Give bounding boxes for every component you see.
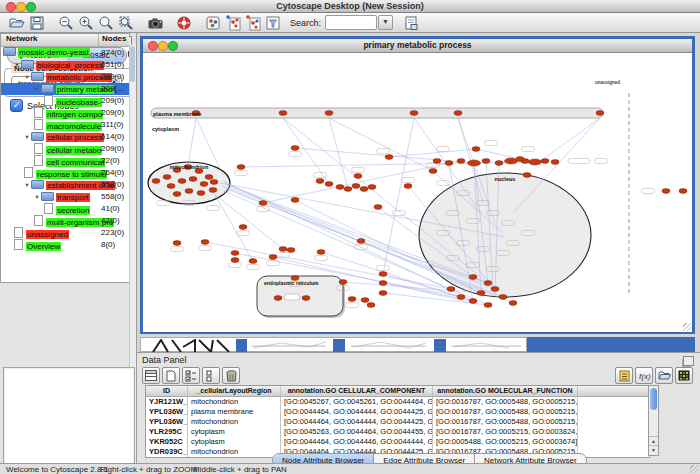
graph-node[interactable] [357,239,365,244]
import-table-button[interactable] [244,14,262,31]
graph-node[interactable] [379,272,387,277]
attribute-table-button[interactable] [142,367,160,384]
graph-node[interactable] [291,146,299,151]
graph-node[interactable] [336,185,344,190]
table-row[interactable]: YJR121W__1mitochondrion[GO:0045267, GO:0… [146,397,649,407]
table-column-header[interactable]: _cellularLayoutRegion [188,386,281,396]
graph-node[interactable] [457,295,465,300]
tree-row[interactable]: ▼primary metabo209(... [1,83,129,95]
table-cell[interactable]: YLR295C [146,427,188,437]
graph-node[interactable] [367,303,375,308]
graph-node[interactable] [339,280,347,285]
graph-node[interactable] [596,111,604,116]
table-cell[interactable]: YKR052C [146,437,188,447]
float-data-panel-icon[interactable] [683,356,694,366]
graph-node[interactable] [201,240,209,245]
table-cell[interactable]: cytoplasm [188,437,281,447]
tree-row[interactable]: Overview8(0) [1,239,129,251]
open-session-button[interactable] [8,14,26,31]
tree-column-network[interactable]: Network [6,34,38,43]
table-cell[interactable]: [GO:0045267, GO:0045261, GO:0044464, G..… [281,397,433,407]
network-canvas[interactable]: plasma membrane cytoplasm mitochondrion … [143,53,692,332]
graph-node[interactable] [185,189,193,194]
graph-node[interactable] [505,158,518,164]
unselect-attributes-button[interactable] [202,367,220,384]
graph-node[interactable] [529,159,542,165]
filter-button[interactable] [264,14,282,31]
graph-node[interactable] [469,275,477,280]
tree-row[interactable]: secretion41(0) [1,203,129,215]
zoom-selected-button[interactable] [117,14,135,31]
table-cell[interactable]: YPL036W__1 [146,417,188,427]
zoom-in-button[interactable] [77,14,95,31]
table-cell[interactable]: mitochondrion [188,397,281,407]
network-window-titlebar[interactable]: primary metabolic process [143,39,692,53]
attribute-browser-button[interactable] [402,14,420,31]
tree-row[interactable]: nitrogen compo209(0) [1,107,129,119]
graph-node[interactable] [189,177,197,182]
graph-node[interactable] [379,291,387,296]
table-cell[interactable]: [GO:0044464, GO:0044446, GO:0044444, G..… [281,437,433,447]
table-cell[interactable]: [GO:0044464, GO:0044444, GO:0044425, G..… [281,407,433,417]
table-cell[interactable]: [GO:0044464, GO:0044444, GO:0044425, G..… [281,417,433,427]
scroll-down-arrow[interactable]: ▼ [649,445,658,455]
table-column-header[interactable]: annotation.GO CELLULAR_COMPONENT [281,386,433,396]
tree-row-label[interactable]: nitrogen compo [46,110,103,119]
plasma-membrane-region[interactable] [151,108,603,118]
graph-node[interactable] [167,184,175,189]
graph-node[interactable] [173,192,181,197]
table-row[interactable]: YPL036W__1mitochondrion[GO:0044464, GO:0… [146,417,649,427]
expand-arrow-icon[interactable]: ▼ [33,191,41,203]
table-cell[interactable]: [GO:0016787, GO:0005215, GO:0003824, G..… [433,427,578,437]
graph-node[interactable] [445,161,453,166]
select-attributes-button[interactable] [182,367,200,384]
tree-row-label[interactable]: macromolecule [46,122,102,131]
graph-node[interactable] [259,201,267,206]
graph-node[interactable] [499,295,507,300]
graph-node[interactable] [231,251,239,256]
expand-arrow-icon[interactable]: ▼ [13,59,21,71]
tree-row-label[interactable]: response to stimulu [36,170,107,179]
save-session-button[interactable] [28,14,46,31]
table-cell[interactable]: YDR039C__1 [146,447,188,457]
graph-node[interactable] [484,281,492,286]
tree-row[interactable]: multi-organism pro42(0) [1,215,129,227]
tree-row[interactable]: ▼cellular process614(0) [1,131,129,143]
graph-node[interactable] [152,179,160,184]
graph-node[interactable] [433,159,441,164]
graph-node[interactable] [379,281,387,286]
attribute-list-button[interactable] [615,367,633,384]
graph-node[interactable] [482,159,490,164]
tree-row[interactable]: ▼transport558(0) [1,191,129,203]
graph-node[interactable] [491,287,499,292]
tree-row-label[interactable]: secretion [56,206,90,215]
zoom-fit-button[interactable] [97,14,115,31]
graph-node[interactable] [352,184,360,189]
graph-node[interactable] [209,188,217,193]
tree-row[interactable]: unassigned223(0) [1,227,129,239]
table-cell[interactable]: [GO:0016787, GO:0005488, GO:0005215, G..… [433,407,578,417]
graph-node[interactable] [269,255,277,260]
graph-node[interactable] [231,258,239,263]
graph-node[interactable] [495,161,503,166]
table-cell[interactable]: YJR121W__1 [146,397,188,407]
table-cell[interactable]: mitochondrion [188,447,281,457]
tree-row-label[interactable]: unassigned [26,230,69,239]
app-resize-grip[interactable] [690,465,698,473]
graph-node[interactable] [551,160,559,165]
graph-node[interactable] [163,175,171,180]
graph-node[interactable] [457,159,465,164]
graph-node[interactable] [200,182,208,187]
graph-node[interactable] [484,303,492,308]
tree-row-label[interactable]: cellular process [46,133,104,142]
graph-node[interactable] [468,160,481,166]
table-scrollbar-thumb[interactable] [650,388,657,410]
tree-scrollbar[interactable] [129,45,130,283]
tree-row-label[interactable]: transport [56,193,90,202]
graph-node[interactable] [662,189,670,194]
graph-node[interactable] [239,225,247,230]
import-network-button[interactable] [224,14,242,31]
graph-node[interactable] [374,205,382,210]
graph-node[interactable] [385,155,393,160]
graph-node[interactable] [410,111,418,116]
